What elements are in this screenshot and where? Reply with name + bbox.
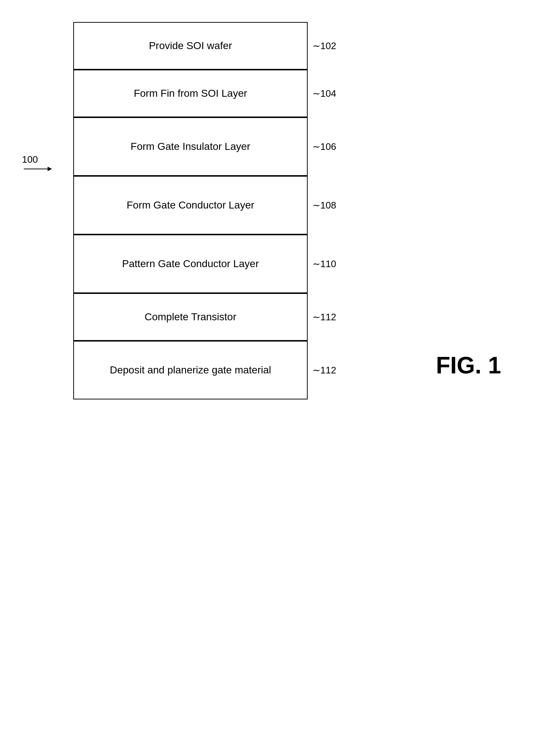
ref-114: ∼112 [312, 365, 336, 376]
box-label: Deposit and planerize gate material [110, 364, 271, 376]
ref-106: ∼106 [312, 141, 336, 152]
box-label: Form Gate Insulator Layer [131, 141, 251, 152]
box-form-gate-conductor: Form Gate Conductor Layer ∼108 [73, 176, 308, 235]
diagram-label-100: 100 [22, 154, 55, 176]
ref-104: ∼104 [312, 88, 336, 99]
box-form-gate-insulator: Form Gate Insulator Layer ∼106 [73, 117, 308, 176]
flow-diagram: Provide SOI wafer ∼102 Form Fin from SOI… [51, 22, 330, 399]
fig-label: FIG. 1 [436, 352, 501, 379]
box-label: Complete Transistor [145, 311, 237, 323]
svg-marker-1 [48, 167, 52, 171]
ref-112: ∼112 [312, 311, 336, 323]
ref-108: ∼108 [312, 200, 336, 211]
ref-102: ∼102 [312, 40, 336, 52]
box-provide-soi-wafer: Provide SOI wafer ∼102 [73, 22, 308, 70]
box-label: Pattern Gate Conductor Layer [122, 258, 259, 270]
box-pattern-gate-conductor: Pattern Gate Conductor Layer ∼110 [73, 235, 308, 293]
box-form-fin: Form Fin from SOI Layer ∼104 [73, 70, 308, 117]
box-label: Form Fin from SOI Layer [134, 88, 247, 99]
box-label: Provide SOI wafer [149, 40, 232, 52]
ref-110: ∼110 [312, 258, 336, 270]
box-deposit-planerize: Deposit and planerize gate material ∼112 [73, 341, 308, 399]
box-label: Form Gate Conductor Layer [127, 199, 255, 211]
box-complete-transistor: Complete Transistor ∼112 [73, 293, 308, 341]
